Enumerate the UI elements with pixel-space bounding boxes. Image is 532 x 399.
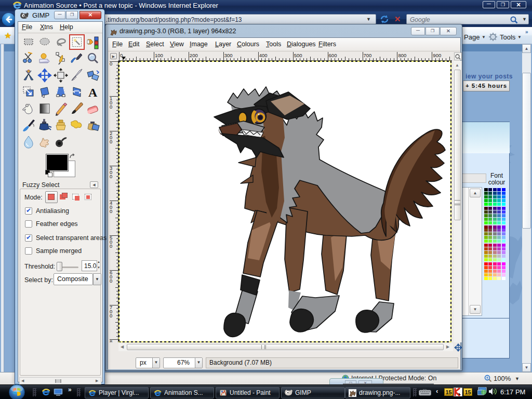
svg-text:A: A <box>88 86 98 99</box>
